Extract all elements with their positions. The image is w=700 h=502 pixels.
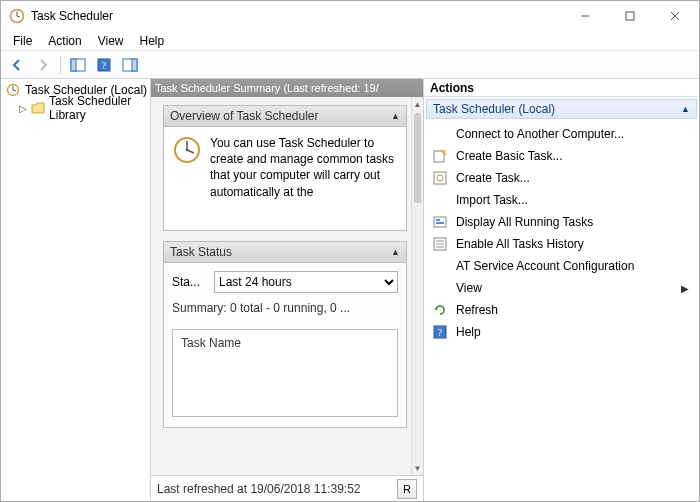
svg-point-21: [444, 150, 446, 152]
close-button[interactable]: [652, 1, 697, 31]
svg-text:?: ?: [438, 327, 443, 338]
titlebar: Task Scheduler: [1, 1, 699, 31]
action-label: Help: [456, 325, 481, 339]
action-label: Display All Running Tasks: [456, 215, 593, 229]
app-clock-icon: [9, 8, 25, 24]
actions-subhead-label: Task Scheduler (Local): [433, 102, 555, 116]
scroll-thumb[interactable]: [414, 113, 421, 203]
status-filter-row: Sta... Last 24 hours: [172, 269, 398, 295]
action-enable-history[interactable]: Enable All Tasks History: [426, 233, 697, 255]
refresh-button-small[interactable]: R: [397, 479, 417, 499]
collapse-icon: ▲: [391, 111, 400, 121]
action-at-service[interactable]: AT Service Account Configuration: [426, 255, 697, 277]
task-icon: [432, 170, 448, 186]
history-icon: [432, 236, 448, 252]
wizard-icon: [432, 148, 448, 164]
summary-scroll-area: Overview of Task Scheduler ▲ You can use…: [159, 97, 411, 475]
body: Task Scheduler (Local) ▷ Task Scheduler …: [1, 79, 699, 501]
tree-library[interactable]: ▷ Task Scheduler Library: [3, 99, 148, 117]
action-label: Enable All Tasks History: [456, 237, 584, 251]
svg-rect-25: [436, 219, 440, 221]
help-button[interactable]: ?: [92, 54, 116, 76]
action-label: AT Service Account Configuration: [456, 259, 634, 273]
task-name-header: Task Name: [181, 336, 241, 350]
running-tasks-icon: [432, 214, 448, 230]
help-icon: ?: [432, 324, 448, 340]
status-summary: Summary: 0 total - 0 running, 0 ...: [172, 301, 398, 315]
show-hide-tree-button[interactable]: [66, 54, 90, 76]
scroll-down-icon[interactable]: ▼: [412, 461, 423, 475]
action-label: Create Basic Task...: [456, 149, 563, 163]
folder-icon: [31, 100, 45, 116]
task-status-title: Task Status: [170, 245, 232, 259]
menu-action[interactable]: Action: [40, 32, 89, 50]
menubar: File Action View Help: [1, 31, 699, 51]
summary-pane: Task Scheduler Summary (Last refreshed: …: [151, 79, 424, 501]
actions-list: Connect to Another Computer... Create Ba…: [424, 121, 699, 501]
actions-pane: Actions Task Scheduler (Local) ▲ Connect…: [424, 79, 699, 501]
overview-title: Overview of Task Scheduler: [170, 109, 319, 123]
summary-header: Task Scheduler Summary (Last refreshed: …: [151, 79, 423, 97]
action-label: Connect to Another Computer...: [456, 127, 624, 141]
action-import-task[interactable]: Import Task...: [426, 189, 697, 211]
back-button[interactable]: [5, 54, 29, 76]
blank-icon: [432, 192, 448, 208]
status-label: Sta...: [172, 275, 208, 289]
svg-rect-22: [434, 172, 446, 184]
action-label: Create Task...: [456, 171, 530, 185]
last-refreshed-text: Last refreshed at 19/06/2018 11:39:52: [157, 482, 391, 496]
vertical-scrollbar[interactable]: ▲ ▼: [411, 97, 423, 475]
clock-icon: [5, 82, 21, 98]
action-label: Import Task...: [456, 193, 528, 207]
tree[interactable]: Task Scheduler (Local) ▷ Task Scheduler …: [1, 79, 150, 501]
menu-file[interactable]: File: [5, 32, 40, 50]
actions-subhead[interactable]: Task Scheduler (Local) ▲: [426, 99, 697, 119]
action-refresh[interactable]: Refresh: [426, 299, 697, 321]
minimize-button[interactable]: [562, 1, 607, 31]
show-hide-action-pane-button[interactable]: [118, 54, 142, 76]
task-status-body: Sta... Last 24 hours Summary: 0 total - …: [163, 263, 407, 428]
maximize-button[interactable]: [607, 1, 652, 31]
svg-rect-12: [132, 59, 137, 71]
forward-button[interactable]: [31, 54, 55, 76]
action-create-basic-task[interactable]: Create Basic Task...: [426, 145, 697, 167]
menu-view[interactable]: View: [90, 32, 132, 50]
tree-library-label: Task Scheduler Library: [49, 94, 148, 122]
svg-rect-26: [436, 222, 444, 224]
blank-icon: [432, 126, 448, 142]
status-range-select[interactable]: Last 24 hours: [214, 271, 398, 293]
blank-icon: [432, 258, 448, 274]
svg-rect-4: [626, 12, 634, 20]
action-help[interactable]: ? Help: [426, 321, 697, 343]
summary-body: Overview of Task Scheduler ▲ You can use…: [151, 97, 423, 475]
svg-point-19: [186, 149, 189, 152]
task-scheduler-window: Task Scheduler File Action View Help ? T…: [0, 0, 700, 502]
svg-text:?: ?: [102, 60, 107, 71]
blank-icon: [432, 280, 448, 296]
overview-text: You can use Task Scheduler to create and…: [210, 135, 398, 222]
task-status-header[interactable]: Task Status ▲: [163, 241, 407, 263]
action-connect-computer[interactable]: Connect to Another Computer...: [426, 123, 697, 145]
overview-body: You can use Task Scheduler to create and…: [163, 127, 407, 231]
toolbar: ?: [1, 51, 699, 79]
collapse-icon: ▲: [391, 247, 400, 257]
menu-help[interactable]: Help: [132, 32, 173, 50]
refresh-icon: [432, 302, 448, 318]
window-title: Task Scheduler: [31, 9, 562, 23]
overview-clock-icon: [172, 135, 202, 165]
collapse-icon: ▲: [681, 104, 690, 114]
action-display-running[interactable]: Display All Running Tasks: [426, 211, 697, 233]
toolbar-separator: [60, 56, 61, 74]
overview-header[interactable]: Overview of Task Scheduler ▲: [163, 105, 407, 127]
actions-title: Actions: [424, 79, 699, 97]
action-label: View: [456, 281, 482, 295]
chevron-right-icon: ▶: [681, 283, 689, 294]
scroll-up-icon[interactable]: ▲: [412, 97, 423, 111]
action-create-task[interactable]: Create Task...: [426, 167, 697, 189]
action-label: Refresh: [456, 303, 498, 317]
action-view[interactable]: View ▶: [426, 277, 697, 299]
tree-pane: Task Scheduler (Local) ▷ Task Scheduler …: [1, 79, 151, 501]
task-list-box[interactable]: Task Name: [172, 329, 398, 417]
summary-footer: Last refreshed at 19/06/2018 11:39:52 R: [151, 475, 423, 501]
caret-right-icon[interactable]: ▷: [19, 103, 27, 114]
